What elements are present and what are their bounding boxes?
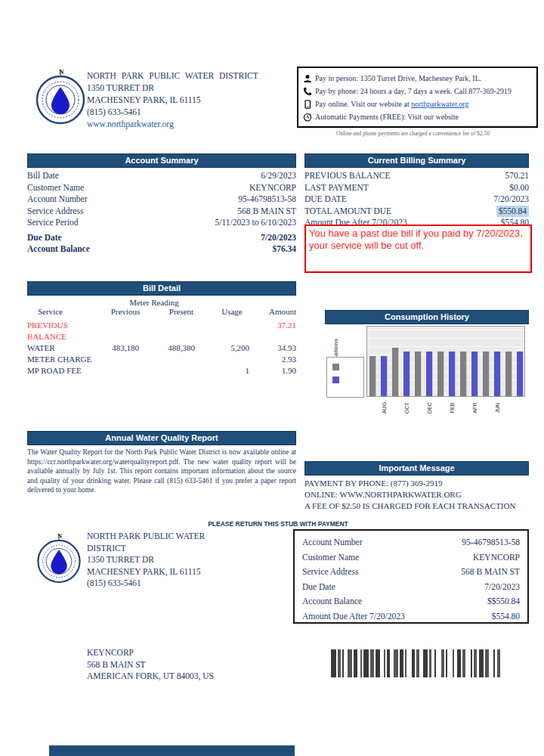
stub-account-box: Account Number95-46798513-58Customer Nam…	[293, 529, 529, 624]
cell-usage: 1	[210, 365, 254, 376]
row-label: Service Period	[27, 217, 78, 229]
account-summary-bold-rows: Due Date7/20/2023Account Balance$76.34	[27, 232, 296, 256]
account-summary-header: Account Summary	[27, 153, 296, 168]
mobile-icon	[303, 100, 315, 109]
chart-bar	[381, 356, 388, 396]
text-line: ONLINE: WWW.NORTHPARKWATER.ORG	[304, 489, 529, 500]
previous-header: Previous	[98, 307, 153, 316]
chart-bar	[415, 352, 422, 396]
cell-present	[153, 365, 210, 376]
table-row: Service Period5/11/2023 to 6/10/2023	[27, 217, 296, 229]
table-row: Bill Date6/29/2023	[27, 170, 296, 182]
company-logo: N	[33, 67, 88, 125]
stub-company-logo: N	[35, 531, 83, 584]
x-axis-tick-label: JUN	[494, 399, 499, 417]
stub-account-rows: Account Number95-46798513-58Customer Nam…	[302, 535, 520, 624]
meter-reading-header: Meter Reading	[98, 298, 210, 307]
automatic-payments-text: Automatic Payments (FREE): Visit our web…	[315, 110, 459, 123]
row-value: 7/20/2023	[493, 194, 529, 206]
bill-detail-column-headers: Meter Reading	[27, 298, 296, 307]
text-line: (815) 633-5461	[87, 578, 230, 590]
row-value: $0.00	[509, 182, 529, 194]
x-axis-tick-label: AUG	[381, 399, 386, 417]
row-value: $554.80	[492, 609, 520, 624]
chart-bar	[483, 352, 490, 396]
company-website-link: www.northparkwater.org	[87, 118, 258, 130]
person-icon	[303, 74, 315, 83]
svg-text:N: N	[59, 68, 64, 76]
chart-bar	[437, 352, 444, 396]
text-line: NORTH PARK PUBLIC WATER	[87, 531, 230, 543]
cell-amount: 2.93	[254, 354, 296, 365]
return-stub-note: PLEASE RETURN THIS STUB WITH PAYMENT	[27, 520, 529, 528]
row-label: LAST PAYMENT	[304, 182, 369, 194]
table-row: DUE DATE7/20/2023	[304, 194, 529, 206]
bill-detail-rows: PREVIOUS BALANCE37.21WATER483,180488,380…	[27, 320, 296, 376]
row-label: Service Address	[302, 565, 358, 580]
chart-bar	[369, 356, 376, 396]
service-header: Service	[27, 307, 98, 316]
chart-bar	[505, 352, 512, 396]
cell-service: PREVIOUS BALANCE	[27, 320, 98, 342]
chart-bar	[403, 352, 410, 396]
row-value: 570.21	[505, 170, 529, 182]
row-label: Account Balance	[302, 594, 362, 609]
barcode	[331, 649, 500, 677]
x-axis-tick-label: DEC	[426, 399, 431, 417]
text-line: A FEE OF $2.50 IS CHARGED FOR EACH TRANS…	[304, 500, 529, 512]
row-value: 5/11/2023 to 6/10/2023	[215, 217, 296, 229]
cell-amount: 1.90	[254, 365, 296, 376]
table-row: Due Date7/20/2023	[302, 580, 520, 595]
table-row: Account Number95-46798513-58	[302, 535, 520, 550]
company-info-block: NORTH PARK PUBLIC WATER DISTRICT 1350 TU…	[87, 70, 258, 130]
website-link[interactable]: northparkwater.org	[411, 100, 468, 108]
barcode-bar	[497, 649, 500, 677]
company-address1: 1350 TURRET DR	[87, 82, 258, 94]
cell-amount: 34.93	[254, 342, 296, 354]
important-message-header: Important Message	[304, 461, 529, 476]
current-billing-header: Current Billing Summary	[304, 153, 529, 168]
row-label: Account Number	[302, 535, 363, 550]
cell-amount: 37.21	[254, 320, 296, 342]
consumption-history-header: Consumption History	[325, 310, 529, 324]
table-row: PREVIOUS BALANCE570.21	[304, 170, 529, 182]
cell-previous: 483,180	[98, 342, 153, 354]
row-value: KEYNCORP	[473, 550, 520, 565]
text-line: PAYMENT BY PHONE: (877) 369-2919	[304, 478, 529, 489]
account-summary-rows: Bill Date6/29/2023Customer NameKEYNCORPA…	[27, 170, 296, 229]
account-summary-section: Account Summary Bill Date6/29/2023Custom…	[27, 153, 296, 256]
pay-by-phone-row: Pay by phone: 24 hours a day, 7 days a w…	[303, 85, 532, 98]
table-row: Service Address568 B MAIN ST	[302, 565, 520, 580]
table-row: Account Number95-46798513-58	[27, 194, 296, 206]
text-line: 1350 TURRET DR	[87, 554, 230, 566]
cell-present	[153, 320, 210, 342]
important-message-lines: PAYMENT BY PHONE: (877) 369-2919ONLINE: …	[304, 478, 529, 512]
current-billing-section: Current Billing Summary PREVIOUS BALANCE…	[304, 153, 529, 229]
usage-header: Usage	[210, 307, 254, 316]
row-label: Customer Name	[302, 550, 359, 565]
phone-icon	[303, 87, 315, 96]
row-value: $$550.84	[487, 594, 520, 609]
chart-bar	[392, 348, 399, 396]
footer-bar	[49, 745, 295, 756]
cell-usage	[210, 320, 254, 342]
table-row: Due Date7/20/2023	[27, 232, 296, 244]
payment-options-box: Pay in person: 1350 Turret Drive, Maches…	[297, 67, 538, 128]
row-value: 568 B MAIN ST	[461, 565, 520, 580]
table-row: PREVIOUS BALANCE37.21	[27, 320, 296, 342]
bill-detail-section: Bill Detail Meter Reading Service Previo…	[27, 281, 296, 376]
text-line: KEYNCORP	[87, 647, 214, 659]
x-axis-labels: AUGOCTDECFEBAPRJUN	[366, 399, 525, 419]
table-row: Account Balance$76.34	[27, 243, 296, 256]
cell-service: MP ROAD FEE	[27, 365, 98, 376]
water-quality-body: The Water Quality Report for the North P…	[27, 448, 296, 495]
row-value: $550.84	[496, 206, 529, 218]
chart-legend	[326, 357, 364, 398]
text-line: AMERICAN FORK, UT 84003, US	[87, 671, 214, 683]
stub-company-block: NORTH PARK PUBLIC WATERDISTRICT1350 TURR…	[87, 531, 230, 590]
table-row: MP ROAD FEE11.90	[27, 365, 296, 376]
row-value: KEYNCORP	[249, 182, 296, 194]
pay-online-row: Pay online. Visit our website at northpa…	[303, 98, 532, 110]
row-label: Account Balance	[27, 243, 90, 256]
table-row: Customer NameKEYNCORP	[27, 182, 296, 194]
